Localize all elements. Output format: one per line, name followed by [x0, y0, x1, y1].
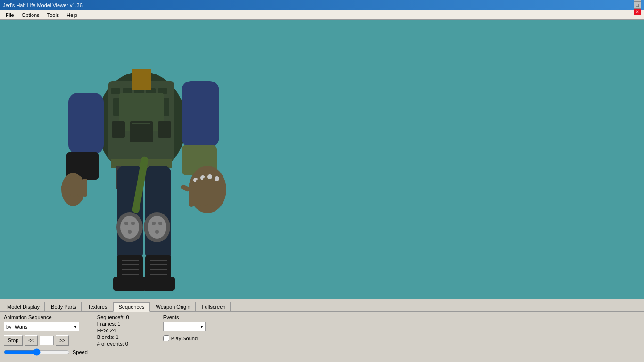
svg-rect-28 [196, 179, 201, 206]
svg-rect-31 [217, 182, 222, 205]
svg-rect-17 [72, 175, 76, 197]
svg-rect-49 [113, 277, 146, 291]
tab-fullscreen[interactable]: Fullscreen [197, 302, 231, 311]
svg-point-39 [124, 222, 128, 225]
svg-rect-2 [111, 88, 120, 94]
menu-bar: File Options Tools Help [0, 10, 644, 20]
menu-help[interactable]: Help [63, 11, 81, 19]
events-section: Events ▼ Play Sound [163, 314, 206, 341]
svg-rect-55 [143, 277, 175, 291]
title-bar-controls: ─ □ ✕ [634, 0, 641, 15]
svg-point-41 [128, 230, 132, 234]
svg-point-40 [131, 222, 135, 225]
speed-label: Speed [73, 349, 88, 355]
speed-control: Speed [4, 348, 88, 356]
prev-frame-button[interactable]: << [25, 335, 38, 346]
svg-point-25 [207, 174, 212, 179]
svg-rect-13 [132, 69, 151, 90]
svg-rect-64 [130, 121, 153, 142]
svg-rect-63 [160, 123, 169, 123]
svg-point-46 [155, 230, 159, 234]
close-button[interactable]: ✕ [634, 8, 641, 15]
svg-rect-30 [210, 179, 215, 206]
svg-rect-18 [77, 176, 82, 197]
tab-body-parts[interactable]: Body Parts [46, 302, 82, 311]
tab-bar: Model Display Body Parts Textures Sequen… [0, 299, 644, 312]
title-bar-text: Jed's Half-Life Model Viewer v1.36 [3, 2, 83, 8]
events-count: # of events: 0 [97, 341, 154, 346]
viewport[interactable] [0, 20, 644, 299]
blends-count: Blends: 1 [97, 334, 154, 340]
sequences-panel: Animation Sequence by_Waris ▼ Stop << >>… [0, 312, 644, 359]
events-label: Events [163, 314, 206, 320]
svg-rect-62 [158, 121, 171, 138]
fps-value: FPS: 24 [97, 328, 154, 333]
title-bar: Jed's Half-Life Model Viewer v1.36 ─ □ ✕ [0, 0, 644, 10]
animation-sequence-section: Animation Sequence by_Waris ▼ Stop << >>… [4, 314, 88, 356]
svg-rect-65 [132, 123, 150, 124]
events-dropdown-wrapper: ▼ [163, 322, 206, 331]
menu-tools[interactable]: Tools [43, 11, 63, 19]
svg-point-44 [152, 222, 156, 225]
svg-point-45 [158, 222, 162, 225]
svg-rect-61 [114, 123, 123, 123]
play-sound-row: Play Sound [163, 335, 206, 341]
stats-section: Sequence#: 0 Frames: 1 FPS: 24 Blends: 1… [97, 314, 154, 346]
speed-slider[interactable] [4, 348, 70, 356]
animation-dropdown-wrapper: by_Waris ▼ [4, 322, 79, 331]
frame-input[interactable] [40, 336, 54, 345]
svg-rect-60 [112, 121, 125, 138]
menu-file[interactable]: File [2, 11, 18, 19]
animation-sequence-dropdown[interactable]: by_Waris [4, 322, 79, 331]
svg-rect-19 [83, 179, 87, 197]
stop-button[interactable]: Stop [4, 335, 23, 346]
model-svg [0, 20, 283, 298]
svg-point-26 [215, 176, 219, 181]
model-display-area [0, 20, 644, 299]
tab-model-display[interactable]: Model Display [2, 302, 45, 311]
animation-sequence-label: Animation Sequence [4, 314, 88, 320]
frames-count: Frames: 1 [97, 321, 154, 327]
playback-controls: Stop << >> [4, 335, 88, 346]
svg-point-43 [148, 216, 166, 239]
svg-rect-29 [203, 177, 208, 206]
menu-options[interactable]: Options [18, 11, 43, 19]
tab-weapon-origin[interactable]: Weapon Origin [151, 302, 196, 311]
play-sound-label[interactable]: Play Sound [171, 336, 198, 341]
next-frame-button[interactable]: >> [56, 335, 69, 346]
svg-point-38 [120, 216, 139, 239]
sequence-number: Sequence#: 0 [97, 314, 154, 320]
bottom-panel: Model Display Body Parts Textures Sequen… [0, 299, 644, 360]
maximize-button[interactable]: □ [634, 2, 641, 8]
tab-sequences[interactable]: Sequences [113, 302, 149, 312]
svg-rect-27 [189, 182, 194, 207]
events-dropdown[interactable] [163, 322, 206, 331]
svg-rect-12 [182, 81, 219, 147]
play-sound-checkbox[interactable] [163, 335, 169, 341]
tab-textures[interactable]: Textures [83, 302, 113, 311]
svg-rect-11 [68, 93, 104, 154]
